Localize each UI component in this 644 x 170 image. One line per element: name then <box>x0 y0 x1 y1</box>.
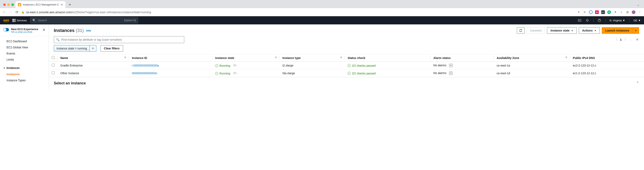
extensions-icon[interactable]: ✦ <box>614 10 617 14</box>
tab-close-button[interactable]: ✕ <box>60 3 63 6</box>
new-tab-button[interactable]: + <box>67 2 73 7</box>
address-bar: ← → ⟳ 🔒 us-east-1.console.aws.amazon.com… <box>0 8 644 16</box>
forward-button[interactable]: → <box>9 10 13 14</box>
bookmark-icon[interactable]: ☆ <box>583 10 586 14</box>
window-minimize-button[interactable] <box>7 3 10 6</box>
cloudshell-icon[interactable] <box>578 18 582 22</box>
sidebar-item-dashboard[interactable]: EC2 Dashboard <box>0 38 49 44</box>
table-settings-button[interactable] <box>636 38 639 42</box>
sidebar-item-instance-types[interactable]: Instance Types <box>0 77 49 83</box>
cell-dns: ec1-2-123-12-12.c <box>570 69 644 77</box>
url-input[interactable]: 🔒 us-east-1.console.aws.amazon.com/ec2/h… <box>22 9 574 15</box>
region-selector[interactable]: N. Virginia ▼ <box>610 19 625 22</box>
services-button[interactable]: Services <box>12 19 27 22</box>
reading-list-icon[interactable]: ≡ <box>620 10 623 14</box>
table-header-row: Name▽ Instance ID Instance state▽ Instan… <box>49 54 644 62</box>
account-selector[interactable]: GE ▼ <box>634 19 641 22</box>
col-instance-id[interactable]: Instance ID <box>129 54 212 62</box>
launch-instances-dropdown[interactable]: ▼ <box>633 27 639 34</box>
tab-favicon-icon: ◧ <box>18 3 21 6</box>
check-circle-icon: ✓ <box>215 72 218 75</box>
col-name[interactable]: Name▽ <box>58 54 129 62</box>
add-alarm-button[interactable]: + <box>449 72 452 75</box>
main-content: Instances (31) Info Connect Instance sta… <box>49 24 644 89</box>
instance-id-link[interactable]: 000000000000000n <box>132 72 157 75</box>
refresh-button[interactable] <box>517 27 524 34</box>
detail-panel: Select an instance ⌃ <box>49 77 644 89</box>
col-availability-zone[interactable]: Availability Zone▽ <box>494 54 570 62</box>
grid-icon <box>12 19 16 22</box>
sidebar-item-limits[interactable]: Limits <box>0 56 49 63</box>
clear-filters-button[interactable]: Clear filters <box>100 45 123 52</box>
filter-toolbar: 🔍 〈 1 〉 | <box>49 35 644 45</box>
notifications-icon[interactable] <box>586 18 589 22</box>
search-icon: 🔍 <box>32 19 36 22</box>
side-panel-icon[interactable]: ◫ <box>626 10 629 14</box>
url-path: /ec2/home?region=us-east-1#Instances:ins… <box>72 10 151 14</box>
col-status-check[interactable]: Status check <box>345 54 430 62</box>
account-label: GE <box>634 19 637 22</box>
col-instance-state[interactable]: Instance state▽ <box>212 54 280 62</box>
connect-button[interactable]: Connect <box>526 27 545 34</box>
window-close-button[interactable] <box>3 3 6 6</box>
detail-panel-toggle[interactable]: ⌃ <box>636 81 639 85</box>
launch-instances-button[interactable]: Launch instances <box>602 27 633 34</box>
instance-id-link[interactable]: i-000000000000000a <box>132 64 159 67</box>
back-button[interactable]: ← <box>2 10 6 14</box>
col-public-dns[interactable]: Public IPv4 DNS <box>570 54 644 62</box>
cell-instance-type: t2.xlarge <box>280 62 345 69</box>
new-experience-close-button[interactable]: ✕ <box>42 28 46 32</box>
sidebar-group-instances[interactable]: ▼ Instances <box>0 65 49 71</box>
state-filter-icon[interactable]: ⊕⊖ <box>233 71 236 75</box>
new-experience-toggle[interactable] <box>3 28 9 31</box>
share-icon[interactable]: ⇪ <box>577 10 580 14</box>
caret-down-icon: ▼ <box>638 19 641 22</box>
tab-overflow-button[interactable]: ⌄ <box>635 3 642 6</box>
add-alarm-button[interactable]: + <box>449 64 452 67</box>
filter-input[interactable] <box>61 38 182 41</box>
actions-button[interactable]: Actions ▼ <box>579 27 600 34</box>
instance-state-button[interactable]: Instance state ▼ <box>547 27 576 34</box>
pager-page-number: 1 <box>620 38 622 41</box>
row-checkbox[interactable] <box>52 64 54 66</box>
col-instance-type[interactable]: Instance type▽ <box>280 54 345 62</box>
new-experience-feedback-link[interactable]: Tell us what you think <box>11 31 40 33</box>
aws-logo[interactable]: aws <box>3 18 9 22</box>
row-checkbox[interactable] <box>52 71 54 74</box>
sidebar-item-instances[interactable]: Instances <box>0 71 49 77</box>
profile-avatar-icon[interactable] <box>632 10 636 14</box>
instances-table: Name▽ Instance ID Instance state▽ Instan… <box>49 54 644 77</box>
filter-input-wrapper[interactable]: 🔍 <box>54 36 184 43</box>
grammarly-icon[interactable]: G <box>607 10 611 14</box>
nav-divider <box>593 18 594 22</box>
reload-button[interactable]: ⟳ <box>16 10 18 14</box>
browser-tab[interactable]: ◧ Instances | EC2 Management C ✕ <box>16 1 66 8</box>
nav-divider <box>605 18 606 22</box>
table-row[interactable]: Gradle Enterprise i-000000000000000a ✓ R… <box>49 62 644 69</box>
tab-strip: ◧ Instances | EC2 Management C ✕ + ⌄ <box>0 0 644 8</box>
ext-l-icon[interactable]: Lт <box>601 10 605 14</box>
state-filter-icon[interactable]: ⊕⊖ <box>233 63 236 67</box>
pager-next[interactable]: 〉 <box>624 38 627 41</box>
select-all-checkbox[interactable] <box>52 56 54 59</box>
cell-alarm-status: No alarms <box>433 71 446 75</box>
info-link[interactable]: Info <box>86 29 91 32</box>
help-icon[interactable] <box>598 18 601 22</box>
cell-alarm-status: No alarms <box>433 64 446 67</box>
col-alarm-status[interactable]: Alarm status <box>430 54 494 62</box>
sidebar-item-global-view[interactable]: EC2 Global View <box>0 44 49 50</box>
ext-a-icon[interactable]: A <box>595 10 599 14</box>
aws-search[interactable]: 🔍 [Option+S] <box>30 17 138 23</box>
cell-az: us-east-1a <box>494 62 570 69</box>
table-row[interactable]: Other Instance 000000000000000n ✓ Runnin… <box>49 69 644 77</box>
pager-prev[interactable]: 〈 <box>614 38 617 41</box>
window-maximize-button[interactable] <box>12 3 14 6</box>
onepassword-icon[interactable] <box>589 10 593 14</box>
sidebar-item-events[interactable]: Events <box>0 50 49 56</box>
svg-point-2 <box>637 39 638 40</box>
state-indicator: ✓ Running <box>215 72 230 75</box>
filter-chip-remove[interactable]: ✕ <box>90 45 96 51</box>
caret-down-icon: ▼ <box>594 29 596 32</box>
aws-search-input[interactable] <box>38 19 122 22</box>
browser-menu-icon[interactable]: ⋮ <box>638 10 642 14</box>
